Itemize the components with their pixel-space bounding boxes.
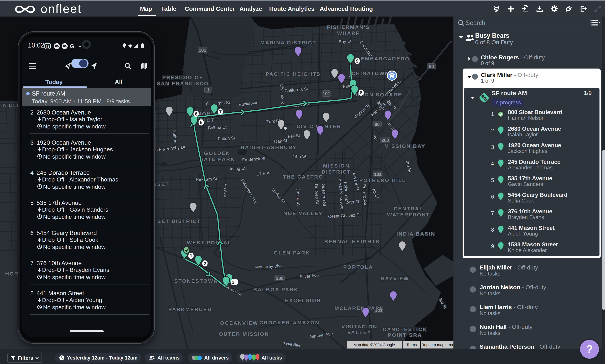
svg-text:17th St: 17th St [257,171,271,177]
svg-text:Oak St: Oak St [274,138,287,144]
svg-text:2: 2 [204,261,206,266]
svg-text:BAYVIEW: BAYVIEW [381,276,409,281]
svg-text:OCEANVIEW: OCEANVIEW [220,320,258,326]
svg-text:WATERFRONT: WATERFRONT [387,212,430,218]
svg-text:NSET: NSET [153,181,169,187]
svg-text:GOLDEN: GOLDEN [204,150,230,156]
svg-text:NOE VALLEY: NOE VALLEY [283,210,323,216]
svg-text:24th St: 24th St [345,199,359,205]
svg-text:VISITACION: VISITACION [341,324,377,329]
svg-text:25th Ave: 25th Ave [172,130,178,147]
svg-text:PORTOLA: PORTOLA [343,264,373,270]
svg-text:PARKMERCED: PARKMERCED [169,307,212,312]
svg-text:WEST PORTAL: WEST PORTAL [187,240,232,245]
svg-text:101: 101 [199,48,206,53]
svg-text:Fell St: Fell St [288,133,300,139]
svg-text:C: C [206,101,209,106]
svg-text:CHINATOWN: CHINATOWN [352,70,389,76]
svg-text:7th Ave: 7th Ave [223,183,228,197]
svg-text:Balboa St: Balboa St [208,125,227,130]
svg-text:STONESTOWN: STONESTOWN [174,278,218,284]
svg-text:EXCELSIOR: EXCELSIOR [285,298,321,303]
svg-text:101: 101 [374,172,381,177]
svg-text:OUTER MISSION: OUTER MISSION [219,331,269,337]
svg-text:MISSION BAY: MISSION BAY [384,143,426,149]
svg-text:DISTRICT: DISTRICT [322,169,351,175]
svg-text:CENTRAL: CENTRAL [394,206,423,211]
svg-text:GATE PARK: GATE PARK [199,156,235,162]
svg-text:rnia St: rnia St [217,100,230,106]
svg-text:6: 6 [195,111,197,117]
svg-text:Bay St: Bay St [339,39,352,44]
svg-text:CANDLESTICK: CANDLESTICK [383,326,427,332]
svg-text:MISSION: MISSION [323,163,350,169]
svg-text:5: 5 [200,120,203,125]
svg-text:Irving St: Irving St [230,166,246,171]
svg-text:BALBOA PARK: BALBOA PARK [253,287,299,292]
svg-text:GLEN PARK: GLEN PARK [274,250,310,256]
svg-text:PACIFIC HEIGHTS: PACIFIC HEIGHTS [265,71,320,77]
svg-text:PRESIDIO OF: PRESIDIO OF [162,75,203,80]
svg-text:INDIA BASIN: INDIA BASIN [396,231,435,237]
svg-text:1: 1 [207,87,210,92]
svg-text:Castro St: Castro St [296,187,301,206]
svg-text:7: 7 [219,109,222,114]
svg-text:280: 280 [276,276,283,281]
svg-text:CROCKER-AMAZON: CROCKER-AMAZON [259,320,319,325]
svg-text:BERNAL HEIGHTS: BERNAL HEIGHTS [324,239,380,244]
svg-text:MCLAREN PARK: MCLAREN PARK [334,305,384,311]
svg-text:THE CASTRO: THE CASTRO [283,174,323,180]
svg-text:3: 3 [232,280,235,285]
svg-text:14th St: 14th St [292,153,306,159]
svg-text:80: 80 [375,122,380,127]
svg-text:8: 8 [360,90,363,95]
svg-text:WHARF: WHARF [337,30,360,36]
svg-text:FISHERMAN'S: FISHERMAN'S [327,24,370,30]
svg-text:280: 280 [381,138,389,143]
svg-text:G: G [70,43,74,49]
svg-text:MARINA DISTRICT: MARINA DISTRICT [260,40,316,45]
svg-text:101: 101 [323,91,330,96]
svg-text:9: 9 [356,58,358,64]
svg-text:SAN FRANCISCO: SAN FRANCISCO [157,81,209,86]
svg-text:80: 80 [429,64,434,69]
svg-text:HAIGHT-ASHBURY: HAIGHT-ASHBURY [241,144,297,150]
svg-text:POINT SRA: POINT SRA [388,332,422,338]
svg-text:POTRERO HILL: POTRERO HILL [359,177,406,183]
svg-text:31: 31 [46,45,49,49]
svg-text:Folsom St: Folsom St [343,182,349,201]
svg-text:VALLEY: VALLEY [347,329,371,335]
svg-text:Fulton St: Fulton St [218,135,235,141]
svg-text:SET DISTRICT: SET DISTRICT [157,218,201,224]
svg-text:1: 1 [190,253,192,259]
svg-text:EMBARCADERO: EMBARCADERO [361,56,410,62]
